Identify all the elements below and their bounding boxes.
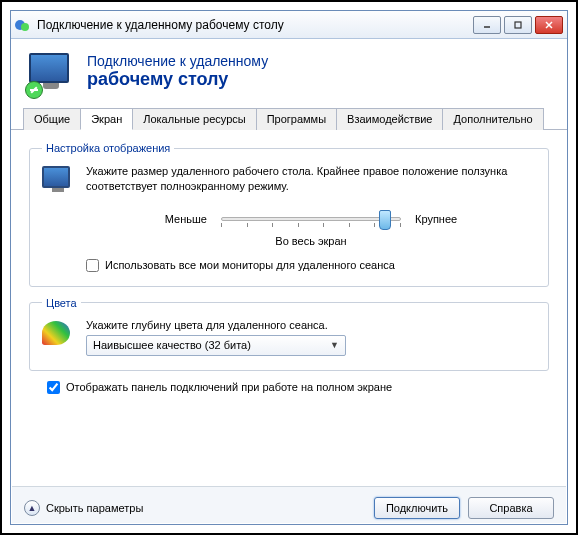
color-group: Цвета Укажите глубину цвета для удаленно… xyxy=(29,297,549,371)
color-description: Укажите глубину цвета для удаленного сеа… xyxy=(86,319,536,331)
header-line1: Подключение к удаленному xyxy=(87,53,268,69)
resolution-slider[interactable] xyxy=(221,207,401,231)
tab-content: Настройка отображения Укажите размер уда… xyxy=(11,130,567,406)
header: Подключение к удаленному рабочему столу xyxy=(11,39,567,107)
minimize-button[interactable] xyxy=(473,16,501,34)
titlebar: Подключение к удаленному рабочему столу xyxy=(11,11,567,39)
chevron-up-icon: ▲ xyxy=(24,500,40,516)
monitor-icon xyxy=(42,166,74,198)
tab-advanced[interactable]: Дополнительно xyxy=(442,108,543,130)
bottom-bar: ▲ Скрыть параметры Подключить Справка xyxy=(12,486,566,523)
display-legend: Настройка отображения xyxy=(42,142,174,154)
help-button[interactable]: Справка xyxy=(468,497,554,519)
header-line2: рабочему столу xyxy=(87,69,268,90)
tab-display[interactable]: Экран xyxy=(80,108,133,130)
rdp-header-icon xyxy=(29,53,73,97)
tab-experience[interactable]: Взаимодействие xyxy=(336,108,443,130)
color-depth-value: Наивысшее качество (32 бита) xyxy=(93,339,251,351)
close-button[interactable] xyxy=(535,16,563,34)
app-icon xyxy=(15,17,31,33)
multi-monitor-row[interactable]: Использовать все мои мониторы для удален… xyxy=(86,259,536,272)
color-legend: Цвета xyxy=(42,297,81,309)
display-config-group: Настройка отображения Укажите размер уда… xyxy=(29,142,549,287)
slider-max-label: Крупнее xyxy=(415,213,457,225)
multi-monitor-checkbox[interactable] xyxy=(86,259,99,272)
svg-rect-1 xyxy=(515,22,521,28)
color-depth-combo[interactable]: Наивысшее качество (32 бита) ▼ xyxy=(86,335,346,356)
tab-local-resources[interactable]: Локальные ресурсы xyxy=(132,108,256,130)
chevron-down-icon: ▼ xyxy=(330,340,339,350)
connect-button[interactable]: Подключить xyxy=(374,497,460,519)
window-title: Подключение к удаленному рабочему столу xyxy=(37,18,473,32)
maximize-button[interactable] xyxy=(504,16,532,34)
rdp-dialog: Подключение к удаленному рабочему столу … xyxy=(10,10,568,525)
connection-bar-row[interactable]: Отображать панель подключений при работе… xyxy=(47,381,531,394)
hide-options-toggle[interactable]: ▲ Скрыть параметры xyxy=(24,500,143,516)
tab-strip: Общие Экран Локальные ресурсы Программы … xyxy=(11,107,567,130)
tab-general[interactable]: Общие xyxy=(23,108,81,130)
hide-options-label: Скрыть параметры xyxy=(46,502,143,514)
slider-value-label: Во весь экран xyxy=(86,235,536,247)
tab-programs[interactable]: Программы xyxy=(256,108,337,130)
palette-icon xyxy=(42,321,74,353)
slider-thumb[interactable] xyxy=(379,210,391,230)
connection-bar-label: Отображать панель подключений при работе… xyxy=(66,381,392,393)
connection-bar-checkbox[interactable] xyxy=(47,381,60,394)
display-description: Укажите размер удаленного рабочего стола… xyxy=(86,164,536,195)
multi-monitor-label: Использовать все мои мониторы для удален… xyxy=(105,259,395,271)
slider-min-label: Меньше xyxy=(165,213,207,225)
